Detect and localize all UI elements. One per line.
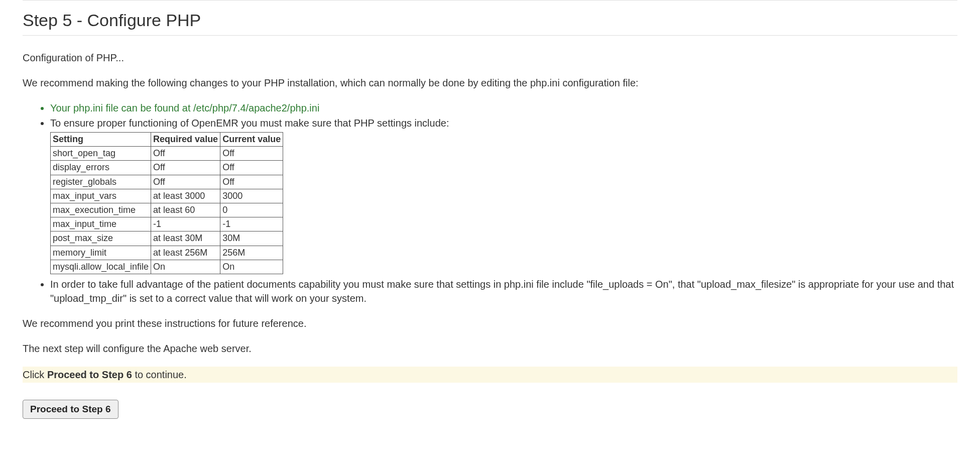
table-row: max_input_varsat least 30003000 <box>51 189 283 203</box>
cell-required: Off <box>151 147 220 161</box>
page-title: Step 5 - Configure PHP <box>23 11 957 30</box>
cell-required: at least 30M <box>151 232 220 246</box>
cell-required: Off <box>151 161 220 175</box>
cell-current: 3000 <box>220 189 283 203</box>
ensure-intro-text: To ensure proper functioning of OpenEMR … <box>50 118 449 129</box>
continue-bold: Proceed to Step 6 <box>47 369 132 380</box>
cell-required: at least 256M <box>151 246 220 260</box>
recommend-text: We recommend making the following change… <box>23 76 957 90</box>
cell-current: Off <box>220 161 283 175</box>
cell-current: 256M <box>220 246 283 260</box>
cell-required: On <box>151 260 220 274</box>
next-step-note: The next step will configure the Apache … <box>23 341 957 356</box>
cell-setting: max_input_vars <box>51 189 151 203</box>
cell-setting: max_execution_time <box>51 203 151 217</box>
title-divider <box>23 35 957 36</box>
print-note: We recommend you print these instruction… <box>23 316 957 330</box>
cell-required: at least 60 <box>151 203 220 217</box>
continue-prefix: Click <box>23 369 47 380</box>
proceed-button[interactable]: Proceed to Step 6 <box>23 400 118 419</box>
ensure-settings-item: To ensure proper functioning of OpenEMR … <box>50 116 957 274</box>
table-row: display_errorsOffOff <box>51 161 283 175</box>
cell-setting: register_globals <box>51 175 151 189</box>
cell-required: at least 3000 <box>151 189 220 203</box>
cell-setting: max_input_time <box>51 217 151 232</box>
phpini-location-item: Your php.ini file can be found at /etc/p… <box>50 101 957 115</box>
cell-setting: display_errors <box>51 161 151 175</box>
cell-setting: short_open_tag <box>51 147 151 161</box>
cell-current: 30M <box>220 232 283 246</box>
table-row: register_globalsOffOff <box>51 175 283 189</box>
php-config-list: Your php.ini file can be found at /etc/p… <box>23 101 957 305</box>
table-row: short_open_tagOffOff <box>51 147 283 161</box>
cell-current: Off <box>220 147 283 161</box>
intro-text: Configuration of PHP... <box>23 51 957 65</box>
table-row: max_execution_timeat least 600 <box>51 203 283 217</box>
top-divider <box>23 0 957 1</box>
continue-instruction: Click Proceed to Step 6 to continue. <box>23 367 957 383</box>
cell-required: Off <box>151 175 220 189</box>
header-setting: Setting <box>51 133 151 147</box>
table-row: post_max_sizeat least 30M30M <box>51 232 283 246</box>
header-current: Current value <box>220 133 283 147</box>
php-settings-table: Setting Required value Current value sho… <box>50 132 283 274</box>
cell-required: -1 <box>151 217 220 232</box>
table-row: max_input_time-1-1 <box>51 217 283 232</box>
continue-suffix: to continue. <box>132 369 187 380</box>
table-row: memory_limitat least 256M256M <box>51 246 283 260</box>
cell-current: Off <box>220 175 283 189</box>
header-required: Required value <box>151 133 220 147</box>
table-header-row: Setting Required value Current value <box>51 133 283 147</box>
uploads-note-item: In order to take full advantage of the p… <box>50 277 957 305</box>
cell-current: On <box>220 260 283 274</box>
cell-setting: memory_limit <box>51 246 151 260</box>
cell-setting: post_max_size <box>51 232 151 246</box>
table-row: mysqli.allow_local_infileOnOn <box>51 260 283 274</box>
cell-setting: mysqli.allow_local_infile <box>51 260 151 274</box>
cell-current: 0 <box>220 203 283 217</box>
cell-current: -1 <box>220 217 283 232</box>
